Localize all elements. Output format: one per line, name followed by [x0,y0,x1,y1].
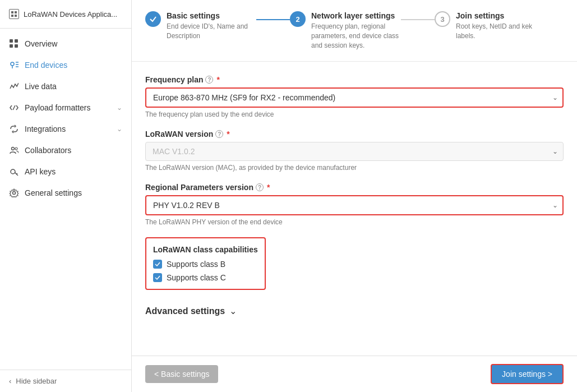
step-2-content: Network layer settings Frequency plan, r… [311,11,401,50]
next-button[interactable]: Join settings > [491,364,564,384]
lorawan-version-group: LoRaWAN version ? * MAC V1.0.2 MAC V1.0.… [145,130,564,172]
lorawan-version-wrapper: MAC V1.0.2 MAC V1.0.3 MAC V1.1 ⌄ [145,142,564,161]
sidebar-item-collaborators[interactable]: Collaborators [0,140,131,161]
app-title: LoRaWAN Devices Applica... [24,10,117,19]
regional-params-hint: The LoRaWAN PHY version of the end devic… [145,218,564,226]
svg-point-16 [11,169,15,174]
svg-point-15 [15,147,17,150]
sidebar-item-label: Live data [25,82,57,91]
regional-params-help-icon[interactable]: ? [256,183,264,191]
step-3-circle: 3 [435,11,450,27]
form-area: Frequency plan ? * Europe 863-870 MHz (S… [132,62,577,356]
hide-sidebar-button[interactable]: ‹ Hide sidebar [9,377,122,385]
frequency-plan-hint: The frequency plan used by the end devic… [145,110,564,118]
connector-2 [401,19,435,20]
step-3-number: 3 [440,15,444,24]
class-c-checkbox[interactable] [153,273,162,282]
step-network-layer: 2 Network layer settings Frequency plan,… [290,11,401,50]
lorawan-version-help-icon[interactable]: ? [215,130,223,138]
class-capabilities-border: LoRaWAN class capabilities Supports clas… [145,237,266,290]
chevron-down-icon: ⌄ [117,125,122,133]
step-1-subtitle: End device ID's, Name and Description [167,22,256,41]
svg-rect-3 [15,15,17,17]
lorawan-version-select[interactable]: MAC V1.0.2 MAC V1.0.3 MAC V1.1 [145,142,564,161]
regional-params-label: Regional Parameters version ? * [145,183,564,192]
sidebar-nav: Overview End devices Live data Payload f… [0,29,131,370]
step-2-title: Network layer settings [311,11,401,20]
frequency-plan-select[interactable]: Europe 863-870 MHz (SF9 for RX2 - recomm… [145,87,564,108]
class-b-label: Supports class B [167,260,225,269]
frequency-plan-help-icon[interactable]: ? [205,76,213,84]
class-c-checkbox-item[interactable]: Supports class C [153,273,258,282]
lorawan-version-hint: The LoRaWAN version (MAC), as provided b… [145,164,564,172]
step-2-circle: 2 [290,11,306,27]
step-basic-settings: Basic settings End device ID's, Name and… [145,11,256,41]
lorawan-version-label: LoRaWAN version ? * [145,130,564,139]
svg-point-14 [12,147,15,150]
hide-sidebar-label: Hide sidebar [16,377,57,385]
svg-rect-7 [15,44,18,48]
main-content: Basic settings End device ID's, Name and… [132,0,577,392]
collaborators-icon [9,145,19,155]
sidebar-item-overview[interactable]: Overview [0,33,131,54]
class-b-checkbox[interactable] [153,260,162,269]
svg-rect-6 [10,44,13,48]
step-3-title: Join settings [456,11,546,20]
next-button-label: Join settings > [502,370,552,379]
connector-1 [256,19,290,20]
sidebar-item-payload-formatters[interactable]: Payload formatters ⌄ [0,97,131,118]
chevron-down-icon: ⌄ [117,104,122,112]
svg-rect-0 [11,11,13,13]
sidebar: LoRaWAN Devices Applica... Overview End … [0,0,132,392]
sidebar-item-label: Payload formatters [25,103,91,112]
sidebar-item-general-settings[interactable]: General settings [0,182,131,204]
class-capabilities-title: LoRaWAN class capabilities [153,245,258,254]
step-3-content: Join settings Root keys, NetID and kek l… [456,11,546,41]
sidebar-item-label: API keys [25,167,56,176]
svg-rect-5 [15,39,18,43]
frequency-plan-wrapper: Europe 863-870 MHz (SF9 for RX2 - recomm… [145,87,564,108]
class-b-checkbox-item[interactable]: Supports class B [153,260,258,269]
app-icon [9,9,19,19]
grid-icon [9,39,19,49]
svg-rect-1 [15,11,17,13]
bottom-bar: < Basic settings Join settings > [132,356,577,392]
step-2-number: 2 [296,15,299,24]
svg-point-8 [11,62,14,66]
step-1-title: Basic settings [167,11,256,20]
svg-rect-2 [11,15,13,17]
live-data-icon [9,81,19,91]
sidebar-item-integrations[interactable]: Integrations ⌄ [0,118,131,140]
regional-params-select[interactable]: PHY V1.0.2 REV B PHY V1.0.2 REV A PHY V1… [145,195,564,215]
sidebar-item-label: Overview [25,39,57,48]
payload-icon [9,103,19,113]
advanced-settings-title: Advanced settings [145,306,225,316]
frequency-plan-group: Frequency plan ? * Europe 863-870 MHz (S… [145,75,564,118]
sidebar-footer: ‹ Hide sidebar [0,370,131,392]
advanced-settings-section: Advanced settings ⌄ [145,301,564,321]
chevron-left-icon: ‹ [9,377,11,385]
sidebar-item-api-keys[interactable]: API keys [0,161,131,182]
step-3-subtitle: Root keys, NetID and kek labels. [456,22,546,41]
svg-line-13 [13,105,15,110]
settings-icon [9,188,19,198]
advanced-settings-toggle[interactable]: Advanced settings ⌄ [145,301,564,321]
step-1-circle [145,11,161,27]
svg-point-19 [13,192,16,195]
step-join-settings: 3 Join settings Root keys, NetID and kek… [435,11,546,41]
integrations-icon [9,124,19,134]
stepper: Basic settings End device ID's, Name and… [132,0,577,62]
class-capabilities-section: LoRaWAN class capabilities Supports clas… [145,237,564,290]
regional-params-group: Regional Parameters version ? * PHY V1.0… [145,183,564,226]
sidebar-header: LoRaWAN Devices Applica... [0,0,131,29]
sidebar-item-end-devices[interactable]: End devices [0,54,131,76]
step-1-content: Basic settings End device ID's, Name and… [167,11,256,41]
regional-params-wrapper: PHY V1.0.2 REV B PHY V1.0.2 REV A PHY V1… [145,195,564,215]
back-button[interactable]: < Basic settings [145,365,218,383]
sidebar-item-live-data[interactable]: Live data [0,76,131,97]
sidebar-item-label: General settings [25,188,82,197]
end-devices-icon [9,60,19,70]
frequency-plan-label: Frequency plan ? * [145,75,564,84]
api-keys-icon [9,167,19,177]
chevron-down-icon: ⌄ [229,306,237,316]
